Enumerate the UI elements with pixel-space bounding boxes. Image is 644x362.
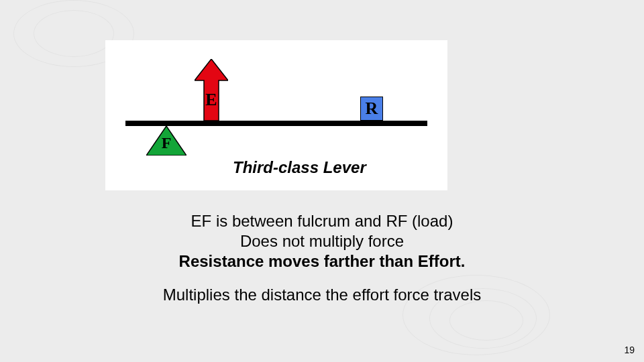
lever-beam xyxy=(125,121,427,126)
background-ripple xyxy=(449,300,523,341)
resistance-box: R xyxy=(360,97,383,121)
body-text-line: Multiplies the distance the effort force… xyxy=(0,286,644,304)
page-number: 19 xyxy=(624,345,635,355)
body-text-line: EF is between fulcrum and RF (load) xyxy=(0,212,644,231)
diagram-title: Third-class Lever xyxy=(233,158,366,177)
body-text-line: Does not multiply force xyxy=(0,232,644,251)
effort-label: E xyxy=(196,90,227,110)
lever-diagram: E R F Third-class Lever xyxy=(105,40,447,190)
background-ripple xyxy=(34,10,114,57)
body-text-line-bold: Resistance moves farther than Effort. xyxy=(0,252,644,271)
fulcrum-label: F xyxy=(157,134,176,152)
resistance-label: R xyxy=(366,99,378,119)
